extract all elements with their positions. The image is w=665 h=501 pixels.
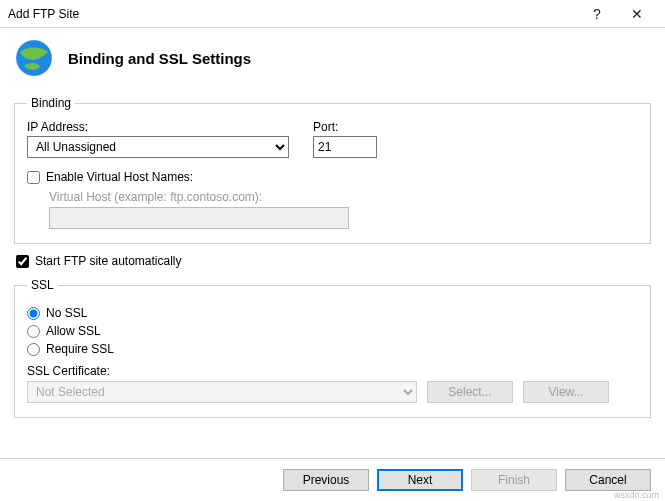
- ssl-legend: SSL: [27, 278, 58, 292]
- enable-virtual-host-checkbox[interactable]: [27, 171, 40, 184]
- help-button[interactable]: ?: [577, 0, 617, 28]
- port-label: Port:: [313, 120, 377, 134]
- require-ssl-radio[interactable]: [27, 343, 40, 356]
- ip-address-select[interactable]: All Unassigned: [27, 136, 289, 158]
- virtual-host-input: [49, 207, 349, 229]
- titlebar: Add FTP Site ? ✕: [0, 0, 665, 28]
- wizard-footer: Previous Next Finish Cancel: [0, 458, 665, 491]
- require-ssl-label: Require SSL: [46, 342, 114, 356]
- ip-address-label: IP Address:: [27, 120, 289, 134]
- window-title: Add FTP Site: [8, 7, 577, 21]
- virtual-host-label: Virtual Host (example: ftp.contoso.com):: [49, 190, 638, 204]
- globe-icon: [14, 38, 54, 78]
- next-button[interactable]: Next: [377, 469, 463, 491]
- cancel-button[interactable]: Cancel: [565, 469, 651, 491]
- no-ssl-label: No SSL: [46, 306, 87, 320]
- no-ssl-radio[interactable]: [27, 307, 40, 320]
- start-automatically-label: Start FTP site automatically: [35, 254, 182, 268]
- allow-ssl-label: Allow SSL: [46, 324, 101, 338]
- wizard-header: Binding and SSL Settings: [0, 28, 665, 96]
- close-button[interactable]: ✕: [617, 0, 657, 28]
- port-input[interactable]: [313, 136, 377, 158]
- content-area: Binding IP Address: All Unassigned Port:…: [0, 96, 665, 442]
- binding-legend: Binding: [27, 96, 75, 110]
- previous-button[interactable]: Previous: [283, 469, 369, 491]
- page-title: Binding and SSL Settings: [68, 50, 251, 67]
- enable-virtual-host-label: Enable Virtual Host Names:: [46, 170, 193, 184]
- ssl-certificate-label: SSL Certificate:: [27, 364, 110, 378]
- finish-button: Finish: [471, 469, 557, 491]
- binding-group: Binding IP Address: All Unassigned Port:…: [14, 96, 651, 244]
- allow-ssl-radio[interactable]: [27, 325, 40, 338]
- ssl-select-button: Select...: [427, 381, 513, 403]
- ssl-certificate-select: Not Selected: [27, 381, 417, 403]
- ssl-view-button: View...: [523, 381, 609, 403]
- ssl-group: SSL No SSL Allow SSL Require SSL SSL Cer…: [14, 278, 651, 418]
- watermark: wsxdn.com: [614, 490, 659, 500]
- start-automatically-checkbox[interactable]: [16, 255, 29, 268]
